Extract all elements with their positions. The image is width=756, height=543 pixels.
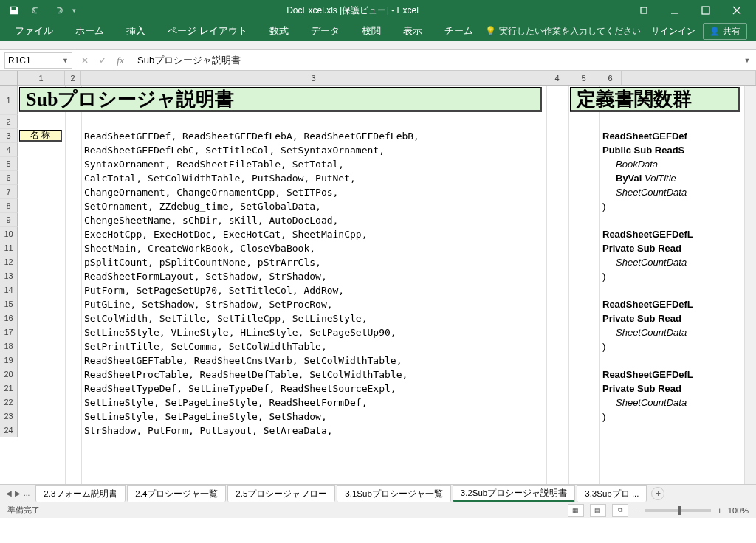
proc-list-cell[interactable]: PutGLine, SetShadow, StrShadow, SetProcR… <box>84 298 333 310</box>
row-header[interactable]: 4 <box>0 143 18 157</box>
proc-list-cell[interactable]: CalcTotal, SetColWidthTable, PutShadow, … <box>84 172 356 184</box>
proc-list-cell[interactable]: ExecHotCpp, ExecHotDoc, ExecHotCat, Shee… <box>84 228 368 240</box>
sheet-tab[interactable]: 2.4プロシージャ一覧 <box>127 485 226 502</box>
page-break-view-button[interactable]: ⧉ <box>612 504 628 517</box>
row-header[interactable]: 9 <box>0 213 18 227</box>
proc-list-cell[interactable]: SetLineStyle, SetPageLineStyle, ReadShee… <box>84 396 368 408</box>
row-header[interactable]: 22 <box>0 395 18 409</box>
row-header[interactable]: 14 <box>0 283 18 297</box>
tab-formulas[interactable]: 数式 <box>259 21 299 41</box>
definition-cell[interactable]: SheetCountData <box>616 326 687 338</box>
proc-list-cell[interactable]: SheetMain, CreateWorkBook, CloseVbaBook, <box>84 242 315 254</box>
proc-list-cell[interactable]: SetPrintTitle, SetComma, SetColWidthTabl… <box>84 340 327 352</box>
zoom-in-button[interactable]: + <box>717 506 721 515</box>
zoom-slider[interactable] <box>645 509 711 512</box>
normal-view-button[interactable]: ▦ <box>568 504 584 517</box>
row-header[interactable]: 24 <box>0 423 18 437</box>
definition-cell[interactable]: SheetCountData <box>616 396 687 408</box>
cancel-formula-button[interactable]: ✕ <box>77 52 93 69</box>
signin-link[interactable]: サインイン <box>651 25 695 38</box>
definition-cell[interactable]: Public Sub ReadS <box>602 144 684 156</box>
proc-list-cell[interactable]: SetOrnament, ZZdebug_time, SetGlobalData… <box>84 200 321 212</box>
proc-list-cell[interactable]: ReadSheetGEFDefLebC, SetTitleCol, SetSyn… <box>84 144 385 156</box>
sheet-tab[interactable]: 3.1Subプロシージャ一覧 <box>337 485 450 502</box>
proc-list-cell[interactable]: pSplitCount, pSplitCountNone, pStrArrCls… <box>84 256 321 268</box>
proc-list-cell[interactable]: SetLineStyle, SetPageLineStyle, SetShado… <box>84 410 327 422</box>
tab-nav-ellipsis[interactable]: ... <box>24 489 30 497</box>
row-header[interactable]: 16 <box>0 311 18 325</box>
formula-bar[interactable] <box>133 52 738 69</box>
row-header[interactable]: 19 <box>0 353 18 367</box>
chevron-down-icon[interactable]: ▼ <box>62 57 69 64</box>
tab-insert[interactable]: 挿入 <box>116 21 156 41</box>
maximize-button[interactable] <box>691 1 721 19</box>
column-header[interactable]: 4 <box>546 71 568 85</box>
tab-view[interactable]: 表示 <box>393 21 433 41</box>
definition-cell[interactable]: ReadSheetGEFDefL <box>602 228 693 240</box>
proc-list-cell[interactable]: ReadSheetGEFDef, ReadSheetGEFDefLebA, Re… <box>84 130 419 142</box>
proc-list-cell[interactable]: PutForm, SetPageSetUp70, SetTitleCol, Ad… <box>84 284 344 296</box>
definition-cell[interactable]: ) <box>602 340 605 352</box>
insert-function-button[interactable]: fx <box>112 52 128 69</box>
proc-list-cell[interactable]: ChengeSheetName, sChDir, sKill, AutoDocL… <box>84 214 338 226</box>
tell-me-search[interactable]: 💡 実行したい作業を入力してください <box>485 25 641 38</box>
column-header[interactable]: 6 <box>599 71 622 85</box>
row-header[interactable]: 15 <box>0 297 18 311</box>
minimize-button[interactable] <box>660 1 690 19</box>
row-header[interactable]: 13 <box>0 269 18 283</box>
row-header[interactable]: 1 <box>0 86 18 115</box>
row-header[interactable]: 5 <box>0 157 18 171</box>
sheet-tab[interactable]: 2.3フォーム説明書 <box>35 485 126 502</box>
column-header[interactable]: 5 <box>568 71 599 85</box>
proc-list-cell[interactable]: ReadSheetGEFTable, ReadSheetCnstVarb, Se… <box>84 354 402 366</box>
column-header[interactable]: 2 <box>65 71 81 85</box>
column-header[interactable]: 1 <box>18 71 65 85</box>
row-header[interactable]: 6 <box>0 171 18 185</box>
definition-cell[interactable]: ) <box>602 200 605 212</box>
row-header[interactable]: 2 <box>0 115 18 129</box>
undo-button[interactable] <box>27 1 46 19</box>
tab-nav-next[interactable]: ▶ <box>15 489 21 497</box>
sheet-tab[interactable]: 2.5プロシージャフロー <box>227 485 335 502</box>
tab-page-layout[interactable]: ページ レイアウト <box>157 21 258 41</box>
row-header[interactable]: 20 <box>0 367 18 381</box>
definition-cell[interactable]: SheetCountData <box>616 186 687 198</box>
row-header[interactable]: 8 <box>0 199 18 213</box>
enter-formula-button[interactable]: ✓ <box>94 52 111 69</box>
name-box[interactable]: R1C1 ▼ <box>4 52 72 69</box>
row-header[interactable]: 18 <box>0 339 18 353</box>
proc-list-cell[interactable]: SetLine5Style, VLineStyle, HLineStyle, S… <box>84 326 396 338</box>
definition-cell[interactable]: Private Sub Read <box>602 312 681 324</box>
definition-cell[interactable]: ) <box>602 410 605 422</box>
row-header[interactable]: 17 <box>0 325 18 339</box>
proc-list-cell[interactable]: StrShadow, PutForm, PutLayout, SetAreaDa… <box>84 424 333 436</box>
qat-dropdown[interactable]: ▾ <box>72 7 76 14</box>
page-layout-view-button[interactable]: ▤ <box>590 504 606 517</box>
tab-file[interactable]: ファイル <box>4 21 63 41</box>
definition-cell[interactable]: ReadSheetGEFDef <box>602 130 687 142</box>
expand-formula-bar[interactable]: ▼ <box>738 57 756 64</box>
definition-cell[interactable]: Private Sub Read <box>602 382 681 394</box>
proc-list-cell[interactable]: ChangeOrnament, ChangeOrnamentCpp, SetIT… <box>84 186 338 198</box>
zoom-level[interactable]: 100% <box>728 506 749 515</box>
row-header[interactable]: 21 <box>0 381 18 395</box>
row-header[interactable]: 7 <box>0 185 18 199</box>
proc-list-cell[interactable]: ReadSheetProcTable, ReadSheetDefTable, S… <box>84 368 408 380</box>
definition-cell[interactable]: Private Sub Read <box>602 242 681 254</box>
definition-cell[interactable]: ) <box>602 270 605 282</box>
redo-button[interactable] <box>49 1 68 19</box>
row-header[interactable]: 23 <box>0 409 18 423</box>
row-header[interactable]: 3 <box>0 129 18 143</box>
row-header[interactable]: 11 <box>0 241 18 255</box>
tab-review[interactable]: 校閲 <box>351 21 391 41</box>
close-button[interactable] <box>722 1 752 19</box>
definition-cell[interactable]: ByVal VolTitle <box>616 172 676 184</box>
tab-home[interactable]: ホーム <box>65 21 114 41</box>
share-button[interactable]: 👤 共有 <box>703 23 747 40</box>
row-header[interactable]: 12 <box>0 255 18 269</box>
save-button[interactable] <box>4 1 24 19</box>
add-sheet-button[interactable]: + <box>651 487 664 500</box>
definition-cell[interactable]: BookData <box>616 158 658 170</box>
column-header[interactable]: 3 <box>81 71 546 85</box>
proc-list-cell[interactable]: ReadSheetFormLayout, SetShadow, StrShado… <box>84 270 327 282</box>
